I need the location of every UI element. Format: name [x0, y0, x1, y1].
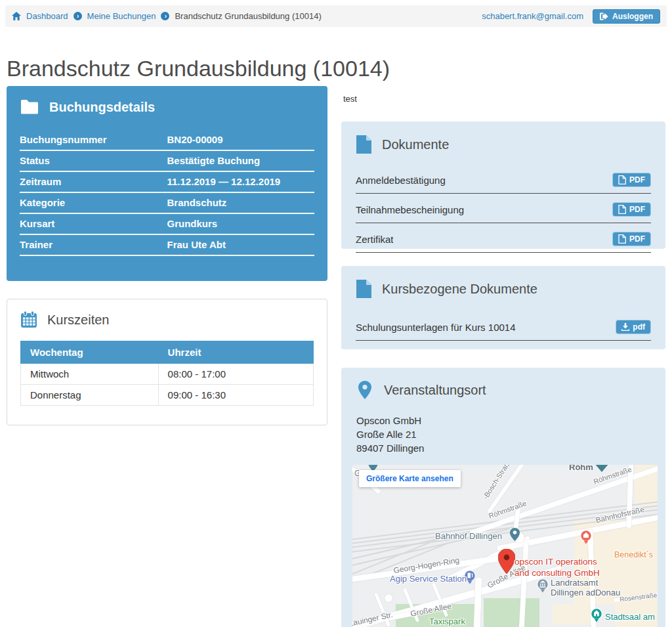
- larger-map-button[interactable]: Größere Karte ansehen: [359, 470, 461, 487]
- document-label: Zertifikat: [356, 234, 394, 245]
- cell-time: 09:00 - 16:30: [158, 385, 313, 406]
- booking-row: Kursart Grundkurs: [20, 214, 314, 235]
- cell-day: Mittwoch: [21, 364, 159, 385]
- row-value: 11.12.2019 — 12.12.2019: [167, 176, 315, 187]
- row-label: Kategorie: [20, 197, 167, 208]
- poi-taxispark[interactable]: Taxispark: [429, 616, 465, 626]
- row-label: Trainer: [20, 239, 167, 250]
- button-label: PDF: [629, 175, 645, 184]
- document-label: Schulungsunterlagen für Kurs 10014: [356, 322, 516, 333]
- document-label: Teilnahmebescheinigung: [356, 204, 464, 215]
- row-value: Bestätigte Buchung: [167, 155, 315, 166]
- file-pdf-icon: [618, 175, 626, 184]
- course-times-table: Wochentag Uhrzeit Mittwoch 08:00 - 17:00…: [20, 341, 314, 406]
- col-header-time: Uhrzeit: [158, 341, 313, 364]
- document-row: Zertifikat PDF: [356, 229, 651, 253]
- pdf-download-button[interactable]: pdf: [616, 320, 651, 334]
- document-row: Teilnahmebescheinigung PDF: [356, 200, 651, 223]
- button-label: PDF: [629, 234, 645, 244]
- breadcrumb-meine-buchungen[interactable]: Meine Buchungen: [87, 11, 156, 21]
- col-header-day: Wochentag: [21, 341, 159, 364]
- button-label: pdf: [633, 322, 645, 332]
- table-row: Mittwoch 08:00 - 17:00: [21, 364, 314, 385]
- cell-time: 08:00 - 17:00: [158, 364, 313, 385]
- panel-title: Buchungsdetails: [49, 100, 155, 115]
- pdf-download-button[interactable]: PDF: [612, 202, 651, 217]
- marker-label-opscon[interactable]: opscon IT operations and consulting GmbH: [514, 556, 600, 578]
- panel-title: Kurszeiten: [47, 313, 110, 328]
- booking-rows: Buchungsnummer BN20-00009 Status Bestäti…: [20, 130, 314, 256]
- poi-landratsamt-line2: Dillingen adDonau: [551, 588, 620, 597]
- map-roundabout: [385, 594, 392, 602]
- pdf-download-button[interactable]: PDF: [612, 232, 651, 246]
- row-label: Kursart: [20, 218, 167, 229]
- poi-agip-service-station[interactable]: Agip Service Station: [390, 574, 467, 584]
- cell-day: Donnerstag: [21, 385, 159, 406]
- document-row: Anmeldebestätigung PDF: [356, 170, 651, 194]
- address-street: Große Alle 21: [356, 427, 650, 441]
- course-document-list: Schulungsunterlagen für Kurs 10014 pdf: [356, 317, 651, 341]
- booking-row: Status Bestätigte Buchung: [20, 151, 314, 172]
- map-building-block: [553, 604, 591, 624]
- poi-bahnhof-dillingen[interactable]: Bahnhof Dillingen: [435, 531, 502, 541]
- row-label: Buchungsnummer: [20, 134, 167, 145]
- marker-label-line2: and consulting GmbH: [514, 567, 600, 578]
- breadcrumb-dashboard[interactable]: Dashboard: [26, 11, 68, 21]
- map-road: [474, 578, 482, 627]
- panel-title: Veranstaltungsort: [384, 383, 486, 398]
- row-label: Zeitraum: [20, 176, 167, 187]
- logout-label: Ausloggen: [612, 12, 653, 21]
- button-label: PDF: [629, 205, 645, 214]
- pdf-download-button[interactable]: PDF: [612, 173, 651, 187]
- booking-row: Zeitraum 11.12.2019 — 12.12.2019: [20, 172, 314, 193]
- google-map-embed[interactable]: Röhmstraße -Bosch-Straße Röhmstraße Bahn…: [352, 465, 658, 627]
- poi-landratsamt[interactable]: Landratsamt Dillingen adDonau: [551, 578, 620, 597]
- row-value: Frau Ute Abt: [167, 239, 315, 250]
- document-list: Anmeldebestätigung PDF Teilnahmebeschein…: [356, 170, 651, 253]
- address-company: Opscon GmbH: [356, 414, 650, 427]
- chevron-circle-icon: ›: [74, 12, 82, 20]
- document-row: Schulungsunterlagen für Kurs 10014 pdf: [356, 317, 651, 341]
- map-marker-icon: [358, 381, 371, 399]
- poi-stadtsaal[interactable]: Stadtsaal am: [605, 612, 655, 622]
- document-icon: [356, 135, 372, 154]
- marker-label-line1: opscon IT operations: [514, 556, 600, 567]
- calendar-icon: [20, 311, 37, 328]
- logout-button[interactable]: Ausloggen: [593, 9, 660, 24]
- folder-icon: [20, 99, 39, 115]
- file-pdf-icon: [618, 234, 626, 244]
- poi-landratsamt-line1: Landratsamt: [551, 578, 620, 588]
- row-label: Status: [20, 155, 167, 166]
- course-times-panel: Kurszeiten Wochentag Uhrzeit Mittwoch 08…: [7, 299, 327, 425]
- table-row: Donnerstag 09:00 - 16:30: [21, 385, 314, 406]
- street-label-georg-hogen-ring: Georg-Hogen-Ring: [393, 555, 460, 575]
- booking-row: Buchungsnummer BN20-00009: [20, 130, 314, 151]
- documents-panel: Dokumente Anmeldebestätigung PDF Teilnah…: [341, 121, 665, 249]
- panel-title: Dokumente: [382, 137, 449, 152]
- venue-address: Opscon GmbH Große Alle 21 89407 Dillinge…: [356, 414, 650, 455]
- map-park-area: [484, 598, 539, 627]
- booking-row: Trainer Frau Ute Abt: [20, 235, 314, 256]
- panel-title: Kursbezogene Dokumente: [382, 282, 537, 297]
- row-value: Grundkurs: [167, 218, 315, 229]
- address-city: 89407 Dillingen: [356, 441, 650, 455]
- breadcrumb-current: Brandschutz Grundausbildung (10014): [175, 11, 321, 21]
- booking-details-panel: Buchungsdetails Buchungsnummer BN20-0000…: [7, 86, 327, 281]
- document-label: Anmeldebestätigung: [356, 175, 446, 186]
- page-title: Brandschutz Grundausbildung (10014): [7, 56, 390, 81]
- document-icon: [356, 279, 372, 299]
- logout-icon: [600, 12, 608, 20]
- row-value: BN20-00009: [167, 134, 315, 145]
- breadcrumb: Dashboard › Meine Buchungen › Brandschut…: [12, 11, 322, 21]
- user-email-link[interactable]: schabert.frank@gmail.com: [482, 11, 583, 21]
- poi-roehm[interactable]: Röhm: [569, 465, 593, 472]
- row-value: Brandschutz: [167, 197, 315, 208]
- topbar-right: schabert.frank@gmail.com Ausloggen: [482, 9, 660, 24]
- home-icon: [12, 12, 21, 20]
- poi-benedikts[interactable]: Benedikt´s: [614, 550, 653, 559]
- topbar: Dashboard › Meine Buchungen › Brandschut…: [5, 5, 667, 27]
- booking-detail-page: Dashboard › Meine Buchungen › Brandschut…: [0, 0, 672, 627]
- download-icon: [621, 323, 629, 331]
- file-pdf-icon: [618, 205, 626, 214]
- note-text: test: [343, 94, 357, 104]
